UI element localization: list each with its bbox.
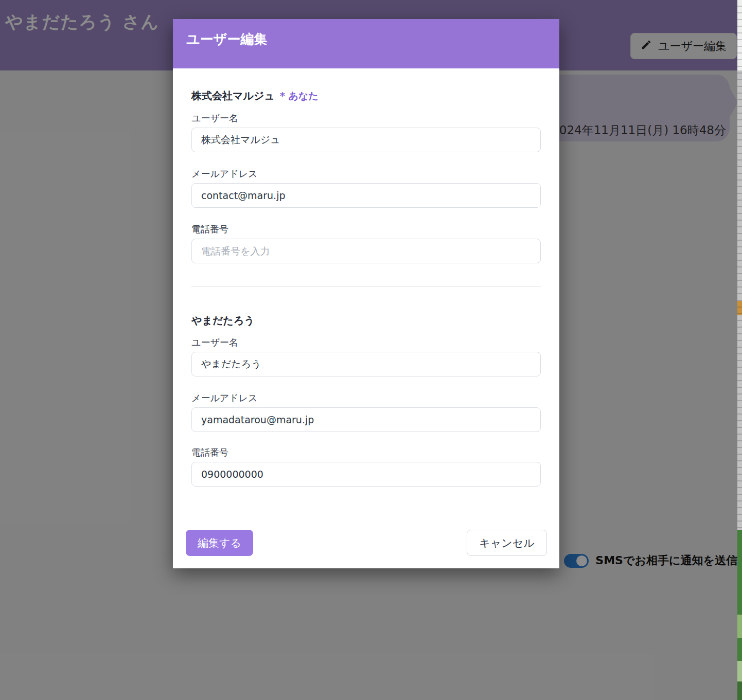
person-name-heading: やまだたろう [191,314,255,328]
person-phone-input[interactable] [191,462,541,487]
company-name-heading: 株式会社マルジュ [191,89,275,103]
company-username-label: ユーザー名 [191,112,541,124]
user-edit-modal: ユーザー編集 株式会社マルジュ * あなた ユーザー名 メールアドレス 電話番号… [173,19,559,568]
section-heading-person: やまだたろう [191,314,541,328]
person-email-label: メールアドレス [191,392,541,404]
company-email-label: メールアドレス [191,168,541,180]
person-email-input[interactable] [191,407,541,432]
company-phone-input[interactable] [191,239,541,263]
submit-edit-button[interactable]: 編集する [186,530,253,556]
company-email-input[interactable] [191,183,541,208]
company-username-input[interactable] [191,128,541,152]
you-indicator: * あなた [280,89,319,103]
person-username-label: ユーザー名 [191,336,541,349]
modal-body: 株式会社マルジュ * あなた ユーザー名 メールアドレス 電話番号 やまだたろう… [173,89,559,556]
person-username-input[interactable] [191,352,541,376]
section-divider [191,286,541,287]
company-phone-label: 電話番号 [191,223,541,236]
cancel-button[interactable]: キャンセル [467,530,547,556]
section-heading-company: 株式会社マルジュ * あなた [191,89,541,103]
person-phone-label: 電話番号 [191,446,541,459]
right-edge-content-strip [737,0,742,700]
modal-header: ユーザー編集 [173,19,559,68]
modal-title: ユーザー編集 [186,30,559,48]
modal-footer: 編集する キャンセル [186,530,547,556]
